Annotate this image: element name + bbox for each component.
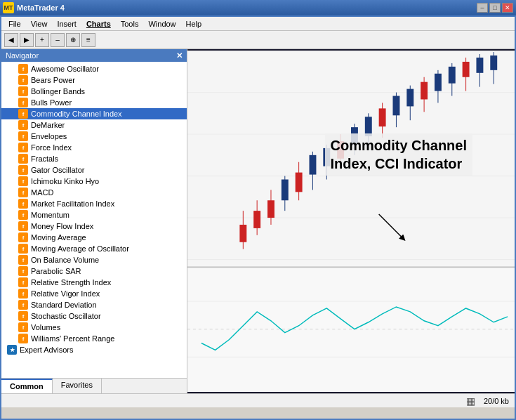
indicator-icon: f: [18, 86, 28, 96]
app-title: MetaTrader 4: [17, 4, 65, 12]
main-container: Navigator ✕ f Awesome Oscillator f Bears…: [1, 49, 515, 393]
close-button[interactable]: ✕: [502, 3, 513, 13]
tab-common[interactable]: Common: [1, 379, 53, 393]
list-item[interactable]: f Bollinger Bands: [1, 86, 187, 97]
indicator-list: f Awesome Oscillator f Bears Power f Bol…: [1, 62, 187, 357]
status-kb-text: 20/0 kb: [484, 397, 509, 405]
svg-rect-22: [310, 155, 317, 175]
list-item[interactable]: f Stochastic Oscillator: [1, 310, 187, 322]
indicator-icon: f: [18, 199, 28, 209]
list-item[interactable]: f Standard Deviation: [1, 299, 187, 310]
svg-rect-32: [379, 108, 386, 126]
list-item[interactable]: f Parabolic SAR: [1, 265, 187, 277]
list-item[interactable]: f Moving Average of Oscillator: [1, 243, 187, 254]
navigator-close-button[interactable]: ✕: [176, 51, 183, 60]
list-item[interactable]: f Relative Strength Index: [1, 277, 187, 288]
toolbar-btn-5[interactable]: ⊕: [66, 33, 80, 47]
expert-icon: ★: [7, 345, 17, 355]
indicator-icon: f: [18, 75, 28, 85]
window-controls[interactable]: – □ ✕: [477, 3, 513, 13]
svg-rect-16: [267, 200, 274, 218]
minimize-button[interactable]: –: [477, 3, 488, 13]
indicator-icon: f: [18, 221, 28, 231]
indicator-icon: f: [18, 311, 28, 321]
toolbar-btn-3[interactable]: +: [35, 33, 49, 47]
menu-charts[interactable]: Charts: [82, 18, 115, 29]
menu-tools[interactable]: Tools: [117, 18, 143, 29]
indicator-icon: f: [18, 266, 28, 276]
navigator-title: Navigator: [6, 51, 39, 60]
navigator-header: Navigator ✕: [1, 49, 187, 62]
status-bar: ▦ 20/0 kb: [1, 393, 515, 407]
toolbar-btn-6[interactable]: ≡: [81, 33, 95, 47]
indicator-icon: f: [18, 232, 28, 242]
indicator-icon: f: [18, 131, 28, 141]
chart-area[interactable]: Commodity Channel Index, CCI Indicator: [187, 49, 515, 393]
maximize-button[interactable]: □: [489, 3, 501, 13]
list-item[interactable]: f Volumes: [1, 322, 187, 333]
title-bar: MT MetaTrader 4 – □ ✕: [0, 0, 516, 15]
toolbar-btn-1[interactable]: ◀: [4, 33, 18, 47]
navigator-panel: Navigator ✕ f Awesome Oscillator f Bears…: [1, 49, 187, 393]
svg-rect-44: [463, 62, 470, 77]
indicator-icon: f: [18, 64, 28, 74]
menu-window[interactable]: Window: [144, 18, 180, 29]
list-item[interactable]: f On Balance Volume: [1, 254, 187, 265]
list-item[interactable]: f Bears Power: [1, 74, 187, 86]
list-item[interactable]: f DeMarker: [1, 119, 187, 131]
navigator-content[interactable]: f Awesome Oscillator f Bears Power f Bol…: [1, 62, 187, 378]
menu-insert[interactable]: Insert: [53, 18, 81, 29]
tab-favorites[interactable]: Favorites: [53, 379, 102, 393]
list-item[interactable]: f Momentum: [1, 209, 187, 221]
toolbar-btn-2[interactable]: ▶: [20, 33, 34, 47]
svg-rect-6: [187, 266, 515, 268]
svg-rect-48: [490, 55, 497, 70]
menu-help[interactable]: Help: [182, 18, 206, 29]
navigator-tabs: Common Favorites: [1, 378, 187, 393]
app-icon: MT: [3, 2, 14, 13]
list-item-expert[interactable]: ★ Expert Advisors: [1, 344, 187, 355]
list-item[interactable]: f MACD: [1, 187, 187, 198]
list-item[interactable]: f Williams' Percent Range: [1, 333, 187, 344]
menu-bar: File View Insert Charts Tools Window Hel…: [1, 17, 515, 31]
chart-label: Commodity Channel Index, CCI Indicator: [325, 133, 472, 176]
indicator-icon: f: [18, 154, 28, 164]
indicator-icon: f: [18, 289, 28, 298]
list-item[interactable]: f Gator Oscillator: [1, 164, 187, 176]
svg-rect-18: [282, 180, 289, 201]
indicator-icon: f: [18, 98, 28, 107]
svg-rect-38: [421, 82, 428, 100]
list-item[interactable]: f Envelopes: [1, 131, 187, 142]
indicator-icon: f: [18, 255, 28, 265]
list-item[interactable]: f Awesome Oscillator: [1, 63, 187, 74]
list-item[interactable]: f Money Flow Index: [1, 221, 187, 232]
indicator-icon: f: [18, 210, 28, 220]
chart-svg: [187, 49, 515, 393]
list-item[interactable]: f Ichimoku Kinko Hyo: [1, 176, 187, 187]
indicator-icon: f: [18, 277, 28, 287]
indicator-icon: f: [18, 334, 28, 343]
indicator-icon: f: [18, 120, 28, 130]
svg-rect-14: [253, 211, 260, 228]
indicator-icon: f: [18, 176, 28, 186]
indicator-icon: f: [18, 322, 28, 332]
list-item[interactable]: f Bulls Power: [1, 97, 187, 108]
list-item[interactable]: f Fractals: [1, 153, 187, 164]
list-item-selected[interactable]: f Commodity Channel Index: [1, 108, 187, 119]
toolbar: ◀ ▶ + – ⊕ ≡: [1, 31, 515, 49]
indicator-icon: f: [18, 109, 28, 119]
list-item[interactable]: f Force Index: [1, 142, 187, 153]
list-item[interactable]: f Market Facilitation Index: [1, 198, 187, 209]
list-item[interactable]: f Relative Vigor Index: [1, 288, 187, 299]
toolbar-btn-4[interactable]: –: [51, 33, 65, 47]
indicator-icon: f: [18, 244, 28, 254]
list-item[interactable]: f Moving Average: [1, 232, 187, 243]
svg-rect-34: [392, 96, 399, 116]
svg-rect-36: [406, 89, 414, 107]
menu-view[interactable]: View: [27, 18, 52, 29]
svg-rect-42: [449, 67, 456, 84]
indicator-icon: f: [18, 188, 28, 197]
svg-rect-46: [476, 58, 483, 73]
menu-file[interactable]: File: [4, 18, 25, 29]
status-chart-icon: ▦: [466, 395, 475, 407]
